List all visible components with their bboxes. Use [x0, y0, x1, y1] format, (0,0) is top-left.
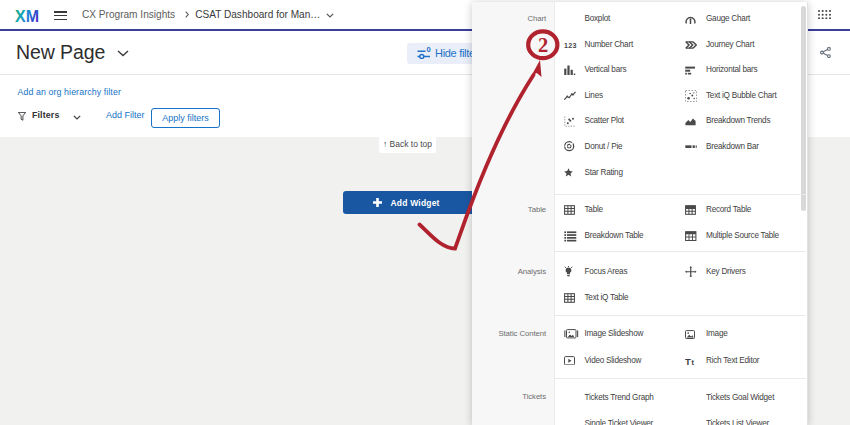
svg-text:2: 2	[538, 34, 548, 56]
